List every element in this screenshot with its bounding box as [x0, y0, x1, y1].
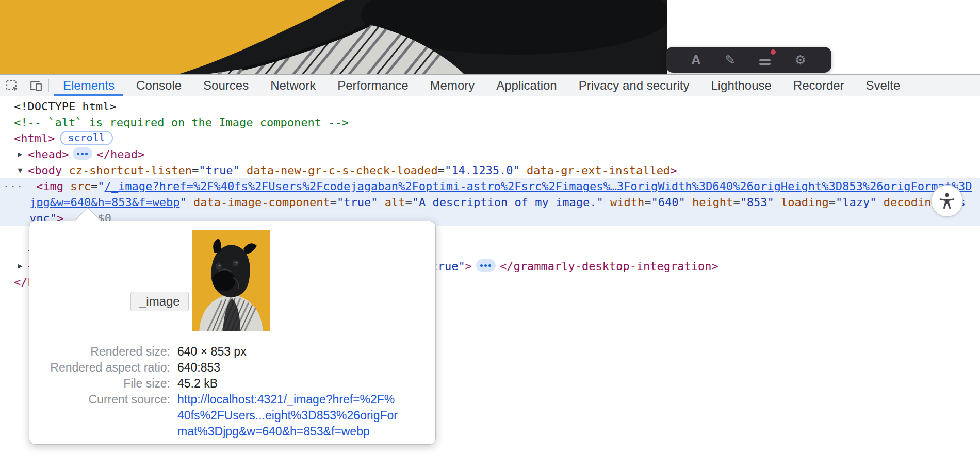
code-token-tag: <head>: [28, 148, 69, 161]
expand-arrow-closed-icon[interactable]: ▶: [14, 146, 26, 162]
code-token-attr: decoding: [884, 196, 938, 209]
code-token-attr: data-gr-ext-installed: [527, 164, 670, 177]
inspect-element-button[interactable]: [0, 75, 24, 96]
code-token-tag: <body: [28, 164, 62, 177]
toolbar-divider: [48, 79, 49, 92]
tree-line[interactable]: <html>scroll: [0, 130, 980, 146]
info-row-label: Rendered size:: [38, 344, 170, 360]
accessibility-person-icon: [938, 192, 956, 210]
tab-network[interactable]: Network: [259, 75, 326, 96]
code-token-value: "true": [199, 164, 239, 177]
code-token-plain: =: [192, 164, 199, 177]
tree-line[interactable]: ▼<body cz-shortcut-listen="true" data-ne…: [0, 162, 980, 178]
code-token-plain: [520, 164, 527, 177]
accessibility-button[interactable]: [931, 185, 963, 217]
page-viewport: A ✎ ⚙: [0, 0, 980, 74]
notification-dot: [771, 49, 776, 55]
code-token-value: "640": [651, 196, 685, 209]
code-token-tag: >: [465, 260, 472, 273]
code-token-plain: =: [438, 164, 445, 177]
code-token-comment: <!-- `alt` is required on the Image comp…: [14, 116, 349, 129]
code-token-plain: [62, 164, 69, 177]
code-token-tag: >: [670, 164, 677, 177]
code-token-tag: </grammarly-desktop-integration>: [500, 260, 718, 273]
code-token-plain: [603, 196, 610, 209]
code-token-tag: </head>: [96, 148, 144, 161]
code-token-tag: <img: [36, 180, 63, 193]
device-toolbar-icon: [29, 79, 43, 93]
expand-arrow-closed-icon[interactable]: ▶: [14, 258, 26, 274]
code-token-plain: [378, 196, 385, 209]
hidden-children-badge[interactable]: [73, 147, 92, 160]
preview-info-rows: Rendered size:640 × 853 pxRendered aspec…: [38, 344, 398, 440]
tab-console[interactable]: Console: [125, 75, 192, 96]
tree-line[interactable]: <!DOCTYPE html>: [0, 98, 980, 114]
code-token-plain: [877, 196, 884, 209]
tree-line[interactable]: <!-- `alt` is required on the Image comp…: [0, 114, 980, 130]
code-token-attr: loading: [781, 196, 829, 209]
hero-pug-image: [0, 0, 667, 74]
code-token-tag: <html>: [14, 132, 55, 145]
tree-line[interactable]: ▶<head></head>: [0, 146, 980, 162]
info-row-label: Current source:: [38, 392, 170, 440]
grammarly-a-icon[interactable]: A: [691, 53, 701, 66]
tab-application[interactable]: Application: [485, 75, 567, 96]
code-token-value: ": [179, 196, 186, 209]
overlay-label-chip: _image: [130, 292, 189, 311]
devtools-tabs: ElementsConsoleSourcesNetworkPerformance…: [52, 75, 980, 96]
tab-svelte[interactable]: Svelte: [855, 75, 911, 96]
inspect-cursor-icon: [5, 79, 19, 93]
code-token-plain: =: [405, 196, 412, 209]
menu-red-dot-icon[interactable]: [759, 54, 771, 66]
info-row-value: 640 × 853 px: [177, 344, 398, 360]
tree-line[interactable]: jpg&w=640&h=853&f=webp" data-image-compo…: [0, 194, 980, 210]
preview-thumbnail: [192, 230, 270, 331]
code-token-value: "A description of my image.": [412, 196, 603, 209]
tab-performance[interactable]: Performance: [326, 75, 419, 96]
tab-memory[interactable]: Memory: [419, 75, 486, 96]
code-token-plain: [685, 196, 692, 209]
code-token-attr: alt: [385, 196, 405, 209]
info-row-value: 45.2 kB: [177, 376, 398, 392]
code-token-plain: =: [829, 196, 836, 209]
info-row-value: 640:853: [177, 360, 398, 376]
code-token-attr: src: [70, 180, 91, 193]
code-token-plain: =: [91, 180, 97, 193]
code-token-attr: height: [692, 196, 733, 209]
tab-elements[interactable]: Elements: [52, 75, 125, 96]
pen-icon[interactable]: ✎: [725, 54, 736, 66]
code-token-attr: width: [610, 196, 644, 209]
code-token-link[interactable]: /_image?href=%2F%40fs%2FUsers%2Fcodejaga…: [104, 180, 972, 193]
current-source-link[interactable]: http://localhost:4321/_image?href=%2F%40…: [177, 392, 398, 440]
code-token-plain: =: [644, 196, 651, 209]
tab-lighthouse[interactable]: Lighthouse: [700, 75, 782, 96]
more-actions-icon[interactable]: ···: [3, 178, 23, 194]
scroll-badge[interactable]: scroll: [60, 131, 112, 145]
gear-icon[interactable]: ⚙: [794, 54, 806, 66]
code-token-plain: =: [733, 196, 740, 209]
hidden-children-badge[interactable]: [476, 259, 496, 272]
code-token-attr: data-image-component: [193, 196, 330, 209]
tab-recorder[interactable]: Recorder: [782, 75, 855, 96]
code-token-attr: cz-shortcut-listen: [69, 164, 191, 177]
code-token-plain: [240, 164, 247, 177]
code-token-plain: =: [330, 196, 337, 209]
code-token-attr: data-new-gr-c-s-check-loaded: [247, 164, 438, 177]
code-token-value: "true": [337, 196, 378, 209]
grammarly-widget[interactable]: A ✎ ⚙: [666, 47, 831, 73]
tab-sources[interactable]: Sources: [192, 75, 259, 96]
code-token-plain: [774, 196, 781, 209]
device-toolbar-button[interactable]: [24, 75, 47, 96]
expand-arrow-open-icon[interactable]: ▼: [14, 162, 26, 178]
tab-privacy-and-security[interactable]: Privacy and security: [568, 75, 700, 96]
code-token-value: "853": [740, 196, 774, 209]
tree-line[interactable]: ···<img src="/_image?href=%2F%40fs%2FUse…: [0, 178, 980, 194]
devtools-toolbar: ElementsConsoleSourcesNetworkPerformance…: [0, 75, 980, 96]
info-row-label: File size:: [38, 376, 170, 392]
code-token-doctype: <!DOCTYPE html>: [14, 100, 117, 113]
code-token-value: "14.1235.0": [445, 164, 520, 177]
code-token-value: ": [97, 180, 104, 193]
code-token-plain: [187, 196, 193, 209]
code-token-value: "lazy": [836, 196, 876, 209]
code-token-link[interactable]: jpg&w=640&h=853&f=webp: [29, 196, 179, 209]
